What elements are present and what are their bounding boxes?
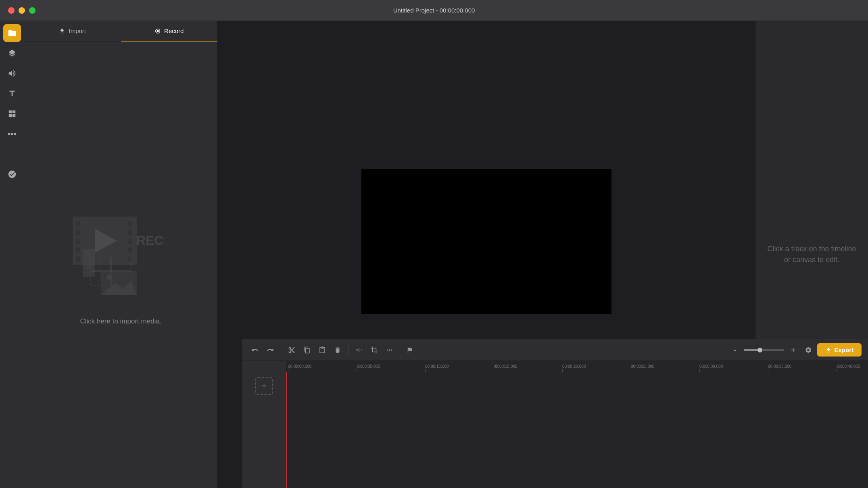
import-tab[interactable]: Import (24, 21, 121, 42)
record-tab-label: Record (164, 27, 184, 34)
svg-rect-16 (128, 247, 132, 253)
sidebar (0, 21, 24, 488)
timeline-content: 00:00:00.000 00:00:05.000 00:00:10.000 0… (242, 361, 868, 488)
svg-rect-14 (128, 229, 132, 235)
svg-rect-8 (76, 221, 80, 226)
split-button[interactable] (353, 344, 365, 357)
ruler-mark: 00:00:00.000 (286, 364, 355, 372)
zoom-handle[interactable] (757, 348, 762, 352)
toolbar-separator-1 (281, 345, 281, 355)
ruler-marks: 00:00:00.000 00:00:05.000 00:00:10.000 0… (286, 361, 868, 372)
timeline-area: - + Export (242, 339, 868, 488)
zoom-out-button[interactable]: - (728, 344, 741, 357)
svg-rect-15 (128, 238, 132, 244)
svg-rect-10 (76, 238, 80, 244)
marker-button[interactable] (403, 344, 416, 357)
timeline-settings-button[interactable] (802, 344, 815, 357)
center-area: 00:00:00.000 (218, 21, 868, 488)
window-title: Untitled Project - 00:00:00.000 (393, 7, 475, 14)
video-canvas (361, 169, 611, 314)
tracks-content[interactable] (286, 372, 868, 488)
svg-rect-25 (85, 252, 93, 270)
crop-button[interactable] (368, 344, 381, 357)
ruler-mark: 00:00:25.000 (629, 364, 698, 372)
ruler-mark: 00:00:10.000 (424, 364, 492, 372)
cut-button[interactable] (285, 344, 298, 357)
svg-point-0 (11, 133, 13, 135)
paste-button[interactable] (316, 344, 329, 357)
ruler-mark: 00:00:05.000 (355, 364, 424, 372)
import-area[interactable]: REC Click here to import media. (24, 42, 217, 488)
close-button[interactable] (8, 7, 15, 14)
ruler-mark: 00:00:40.000 (835, 364, 868, 372)
sidebar-item-text[interactable] (3, 85, 21, 102)
more-button[interactable] (383, 344, 396, 357)
content-panel: Import Record (24, 21, 218, 488)
sidebar-item-effects[interactable] (3, 165, 21, 183)
edit-hint: Click a track on the timeline or canvas … (755, 236, 868, 273)
delete-button[interactable] (331, 344, 344, 357)
playhead[interactable] (286, 372, 287, 488)
sidebar-item-media[interactable] (3, 24, 21, 42)
svg-rect-11 (76, 247, 80, 253)
titlebar: Untitled Project - 00:00:00.000 (0, 0, 868, 21)
svg-point-4 (156, 30, 159, 32)
sidebar-item-elements[interactable] (3, 125, 21, 143)
ruler-mark: 00:00:30.000 (698, 364, 766, 372)
timeline-ruler: 00:00:00.000 00:00:05.000 00:00:10.000 0… (242, 361, 868, 372)
svg-rect-13 (128, 221, 132, 226)
import-illustration: REC (69, 209, 173, 305)
timeline-tracks: + (242, 372, 868, 488)
add-track-button[interactable]: + (255, 377, 273, 395)
panel-tabs: Import Record (24, 21, 217, 42)
zoom-slider[interactable] (744, 349, 784, 351)
window-controls[interactable] (8, 7, 35, 14)
record-tab[interactable]: Record (121, 21, 218, 42)
copy-button[interactable] (300, 344, 313, 357)
import-tab-label: Import (69, 27, 86, 34)
minimize-button[interactable] (19, 7, 25, 14)
zoom-controls: - + (728, 344, 799, 357)
undo-button[interactable] (248, 344, 261, 357)
ruler-mark: 00:00:35.000 (766, 364, 835, 372)
svg-point-2 (14, 133, 16, 135)
svg-rect-9 (76, 229, 80, 235)
zoom-in-button[interactable]: + (787, 344, 799, 357)
ruler-marks-inner: 00:00:00.000 00:00:05.000 00:00:10.000 0… (286, 361, 868, 372)
redo-button[interactable] (264, 344, 277, 357)
timeline-toolbar: - + Export (242, 339, 868, 361)
ruler-mark: 00:00:15.000 (492, 364, 561, 372)
import-text: Click here to import media. (80, 317, 161, 325)
zoom-in-icon: + (791, 346, 796, 354)
zoom-out-icon: - (734, 346, 737, 354)
svg-text:REC: REC (136, 233, 164, 248)
import-icon-container: REC (65, 204, 177, 309)
svg-rect-12 (76, 256, 80, 262)
svg-point-1 (8, 133, 10, 135)
add-track-icon: + (262, 382, 267, 391)
export-label: Export (834, 346, 853, 353)
sidebar-item-templates[interactable] (3, 105, 21, 123)
toolbar-separator-2 (348, 345, 348, 355)
export-button[interactable]: Export (817, 343, 862, 357)
ruler-header (242, 361, 286, 372)
ruler-mark: 00:00:20.000 (561, 364, 629, 372)
track-headers: + (242, 372, 286, 488)
maximize-button[interactable] (29, 7, 35, 14)
sidebar-item-transitions[interactable] (3, 145, 21, 163)
svg-point-27 (106, 275, 111, 279)
sidebar-item-audio[interactable] (3, 65, 21, 82)
main-layout: Import Record (0, 21, 868, 488)
sidebar-item-layers[interactable] (3, 44, 21, 62)
